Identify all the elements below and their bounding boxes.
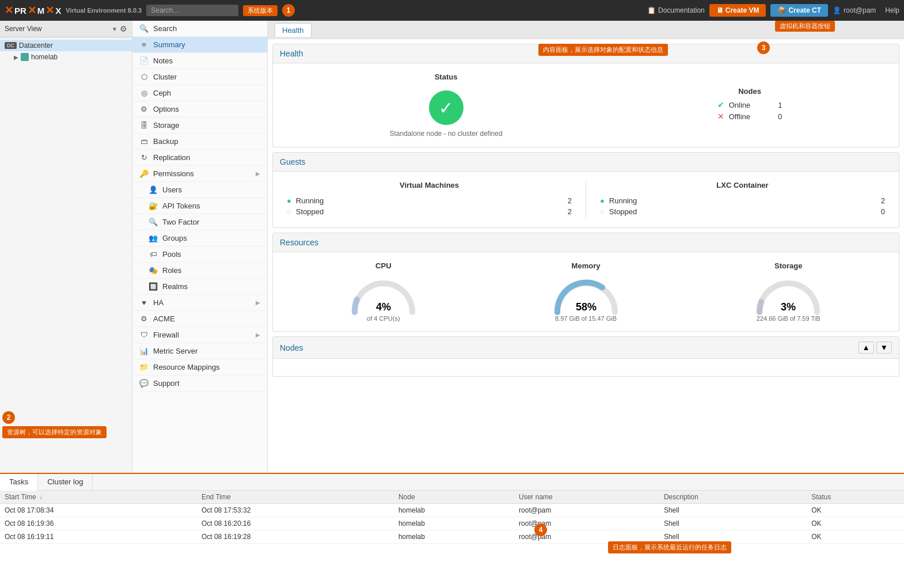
health-section: Health Status ✓ Standalone node - no clu… [272, 44, 899, 147]
nav-item-two-factor[interactable]: 🔍 Two Factor [132, 214, 267, 230]
lxc-stopped-label: Stopped [609, 207, 637, 216]
content-area: Server View ▼ ⚙ DC Datacenter ▶ homelab … [0, 21, 904, 473]
topbar-search-input[interactable] [146, 5, 238, 16]
col-status: Status [807, 491, 904, 504]
node-row-online: ✔ Online 1 [717, 100, 783, 109]
guests-section: Guests Virtual Machines ● Running 2 ○ St… [272, 152, 899, 228]
tab-tasks[interactable]: Tasks [0, 474, 38, 491]
monitor-icon: 🖥 [716, 6, 723, 14]
nav-item-users[interactable]: 👤 Users [132, 182, 267, 198]
nodes-next-button[interactable]: ▼ [876, 342, 892, 354]
nav-item-acme[interactable]: ⚙ ACME [132, 311, 267, 327]
nav-item-api-tokens[interactable]: 🔐 API Tokens [132, 198, 267, 214]
nav-item-realms[interactable]: 🔲 Realms [132, 279, 267, 295]
create-ct-button[interactable]: 📦 Create CT [770, 4, 828, 17]
lxc-stopped-count: 0 [868, 207, 885, 216]
left-panel: Server View ▼ ⚙ DC Datacenter ▶ homelab … [0, 21, 132, 473]
node-icon [21, 53, 29, 61]
resources-section: Resources CPU 4% of 4 CPU(s) [272, 233, 899, 332]
api-tokens-icon: 🔐 [149, 202, 158, 210]
annotation-3-circle: 3 [757, 41, 770, 54]
nav-item-metric-server[interactable]: 📊 Metric Server [132, 343, 267, 359]
tasks-table: Start Time ↓ End Time Node User name Des… [0, 491, 904, 544]
tree-item-homelab[interactable]: ▶ homelab [0, 51, 132, 63]
nav-item-ha[interactable]: ♥ HA ▶ [132, 295, 267, 311]
product-name: Virtual Environment 8.0.3 [66, 7, 142, 14]
guests-content: Virtual Machines ● Running 2 ○ Stopped 2 [273, 172, 899, 227]
nav-item-backup[interactable]: 🗃 Backup [132, 134, 267, 150]
backup-icon: 🗃 [139, 137, 149, 146]
vm-running-dot: ● [287, 196, 291, 205]
nav-item-support[interactable]: 💬 Support [132, 375, 267, 392]
tree-item-datacenter[interactable]: DC Datacenter [0, 40, 132, 51]
col-user: User name [514, 491, 659, 504]
create-vm-button[interactable]: 🖥 Create VM [709, 4, 766, 17]
tasks-table-container: Start Time ↓ End Time Node User name Des… [0, 491, 904, 588]
nav-item-cluster[interactable]: ⬡ Cluster [132, 69, 267, 85]
lxc-running-label: Running [609, 196, 637, 205]
firewall-icon: 🛡 [139, 331, 149, 339]
table-header-row: Start Time ↓ End Time Node User name Des… [0, 491, 904, 504]
nav-item-summary[interactable]: ≡ Summary [132, 37, 267, 53]
nav-item-options[interactable]: ⚙ Options [132, 101, 267, 117]
cell-user: root@pam [514, 504, 659, 517]
memory-sub: 8.97 GiB of 15.47 GiB [555, 315, 617, 322]
col-node: Node [394, 491, 514, 504]
metric-server-icon: 📊 [139, 347, 149, 355]
svg-text:4%: 4% [376, 301, 391, 313]
table-row: Oct 08 17:08:34Oct 08 17:53:32homelabroo… [0, 504, 904, 517]
version-label: 系统版本 [243, 5, 278, 16]
resource-tree: DC Datacenter ▶ homelab [0, 37, 132, 473]
nodes-title: Nodes [717, 87, 783, 96]
nav-item-notes[interactable]: 📄 Notes [132, 53, 267, 69]
nav-item-permissions[interactable]: 🔑 Permissions ▶ [132, 166, 267, 182]
tab-cluster-log[interactable]: Cluster log [38, 474, 93, 490]
topbar: ✕ PR✕M✕X Virtual Environment 8.0.3 系统版本 … [0, 0, 904, 21]
offline-label: Offline [729, 112, 750, 121]
node-label: homelab [31, 53, 58, 61]
cluster-icon: ⬡ [139, 73, 149, 81]
annotation-4-circle: 4 [534, 523, 547, 536]
cpu-title: CPU [375, 261, 391, 270]
replication-icon: ↻ [139, 153, 149, 162]
memory-gauge: 58% [552, 275, 621, 315]
online-label: Online [729, 101, 751, 109]
nav-item-replication[interactable]: ↻ Replication [132, 150, 267, 166]
doc-link[interactable]: 📋 Documentation [647, 6, 705, 14]
cpu-gauge: 4% [349, 275, 418, 315]
nav-item-search[interactable]: 🔍 Search [132, 21, 267, 37]
nav-item-pools[interactable]: 🏷 Pools [132, 246, 267, 263]
lxc-stopped-row: ○ Stopped 0 [595, 207, 890, 216]
nav-item-firewall[interactable]: 🛡 Firewall ▶ [132, 327, 267, 343]
tasks-tbody: Oct 08 17:08:34Oct 08 17:53:32homelabroo… [0, 504, 904, 544]
guests-divider [586, 181, 586, 218]
cell-desc: Shell [659, 517, 807, 530]
vm-running-row: ● Running 2 [282, 196, 576, 205]
logo-end: X [55, 6, 61, 16]
sort-icon: ↓ [39, 493, 43, 501]
gear-button[interactable]: ⚙ [120, 24, 127, 33]
status-text: Standalone node - no cluster defined [390, 130, 503, 138]
datacenter-label: Datacenter [19, 41, 53, 50]
online-dot: ✔ [717, 100, 724, 109]
server-view-label: Server View [5, 25, 109, 33]
nodes-section-title: Nodes [280, 343, 303, 352]
nodes-prev-button[interactable]: ▲ [859, 342, 874, 354]
bottom-panel: Tasks Cluster log 日志面板，展示系统最近运行的任务日志 4 S… [0, 473, 904, 588]
cell-end: Oct 08 17:53:32 [197, 504, 394, 517]
nav-item-groups[interactable]: 👥 Groups [132, 230, 267, 246]
ceph-icon: ◎ [139, 89, 149, 97]
nav-item-roles[interactable]: 🎭 Roles [132, 263, 267, 279]
guests-title: Guests [273, 153, 899, 172]
nav-item-ceph[interactable]: ◎ Ceph [132, 85, 267, 101]
cell-start: Oct 08 16:19:36 [0, 517, 197, 530]
nav-item-resource-mappings[interactable]: 📁 Resource Mappings [132, 359, 267, 375]
lxc-running-row: ● Running 2 [595, 196, 890, 205]
cell-status: OK [807, 530, 904, 544]
nav-item-storage[interactable]: 🗄 Storage [132, 117, 267, 134]
help-label[interactable]: Help [885, 6, 899, 14]
cell-end: Oct 08 16:20:16 [197, 517, 394, 530]
vm-running-label: Running [296, 196, 324, 205]
logo-prox: PR [14, 6, 26, 16]
users-icon: 👤 [149, 185, 158, 194]
